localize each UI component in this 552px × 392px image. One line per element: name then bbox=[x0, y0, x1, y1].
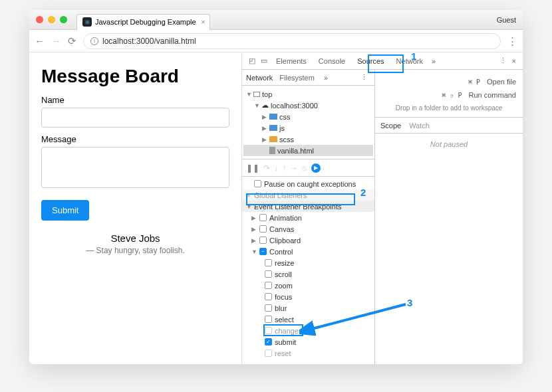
site-info-icon[interactable]: i bbox=[90, 37, 98, 45]
not-paused-label: Not paused bbox=[375, 134, 523, 155]
bp-select[interactable]: select bbox=[242, 314, 374, 325]
subtab-menu-icon[interactable]: ⋮ bbox=[358, 73, 370, 82]
watch-tab[interactable]: Watch bbox=[409, 122, 430, 130]
file-tree: ▼top ▼☁localhost:3000 ▶css ▶js ▶scss van… bbox=[242, 86, 374, 159]
url-host: localhost bbox=[102, 37, 134, 46]
pause-caught-row[interactable]: Pause on caught exceptions bbox=[242, 178, 374, 189]
name-input[interactable] bbox=[41, 108, 229, 128]
event-listener-section[interactable]: ▼Event Listener Breakpoints bbox=[242, 201, 374, 212]
resume-button[interactable]: ▶ bbox=[311, 163, 321, 173]
breakpoints-panel: Pause on caught exceptions ▶Global Liste… bbox=[242, 177, 374, 364]
guest-label: Guest bbox=[497, 16, 516, 24]
scope-tab[interactable]: Scope bbox=[380, 122, 401, 130]
menu-button[interactable]: ⋮ bbox=[507, 35, 517, 47]
back-button[interactable]: ← bbox=[35, 35, 45, 47]
bp-canvas[interactable]: ▶Canvas bbox=[242, 223, 374, 235]
tab-sources[interactable]: Sources bbox=[351, 53, 390, 69]
subtab-overflow-icon[interactable]: » bbox=[321, 74, 331, 82]
global-listeners-section[interactable]: ▶Global Listeners bbox=[242, 189, 374, 201]
tab-console[interactable]: Console bbox=[313, 53, 351, 69]
bp-blur[interactable]: blur bbox=[242, 302, 374, 314]
devtools-panel: ◰ ▭ Elements Console Sources Network » ⋮… bbox=[242, 52, 523, 364]
bp-focus[interactable]: focus bbox=[242, 291, 374, 302]
name-label: Name bbox=[41, 95, 229, 105]
bp-change[interactable]: change bbox=[242, 325, 374, 336]
step-over-button[interactable]: ↷ bbox=[263, 163, 270, 173]
bp-reset[interactable]: reset bbox=[242, 347, 374, 359]
maximize-window-button[interactable] bbox=[60, 16, 67, 23]
step-into-button[interactable]: ↓ bbox=[274, 163, 278, 173]
tab-network[interactable]: Network bbox=[390, 53, 429, 69]
url-path: :3000/vanilla.html bbox=[134, 37, 196, 46]
titlebar: ⚛ Javascript Debugging Example × Guest bbox=[29, 10, 523, 30]
devtools-tabs: ◰ ▭ Elements Console Sources Network » ⋮… bbox=[242, 52, 523, 70]
address-input[interactable]: i localhost:3000/vanilla.html bbox=[83, 33, 501, 49]
device-icon[interactable]: ▭ bbox=[258, 56, 270, 65]
tree-file[interactable]: vanilla.html bbox=[243, 145, 373, 156]
message-textarea[interactable] bbox=[41, 147, 229, 188]
bp-submit[interactable]: ✓submit bbox=[242, 336, 374, 347]
inspect-icon[interactable]: ◰ bbox=[246, 56, 258, 65]
tab-elements[interactable]: Elements bbox=[270, 53, 313, 69]
tree-host[interactable]: ▼☁localhost:3000 bbox=[243, 100, 373, 111]
submit-button[interactable]: Submit bbox=[41, 200, 89, 221]
tree-css[interactable]: ▶css bbox=[243, 111, 373, 122]
quote-author: Steve Jobs bbox=[41, 233, 229, 244]
deactivate-button[interactable]: ⦸ bbox=[302, 163, 307, 173]
bp-animation[interactable]: ▶Animation bbox=[242, 212, 374, 223]
devtools-close-icon[interactable]: × bbox=[509, 57, 519, 65]
bp-resize[interactable]: resize bbox=[242, 257, 374, 268]
bp-control[interactable]: ▼−Control bbox=[242, 246, 374, 257]
react-favicon: ⚛ bbox=[82, 17, 92, 27]
tab-title: Javascript Debugging Example bbox=[95, 18, 196, 26]
url-bar: ← → ⟳ i localhost:3000/vanilla.html ⋮ bbox=[29, 30, 523, 52]
tab-close-icon[interactable]: × bbox=[201, 18, 205, 26]
command-hints: ⌘ POpen file ⌘ ⇧ PRun command Drop in a … bbox=[375, 70, 523, 118]
step-out-button[interactable]: ↑ bbox=[282, 163, 286, 173]
callout-2: 2 bbox=[360, 187, 366, 198]
debug-controls: ❚❚ ↷ ↓ ↑ → ⦸ ▶ bbox=[242, 159, 374, 177]
devtools-menu-icon[interactable]: ⋮ bbox=[497, 56, 509, 65]
tree-scss[interactable]: ▶scss bbox=[243, 134, 373, 145]
tree-top[interactable]: ▼top bbox=[243, 88, 373, 100]
bp-clipboard[interactable]: ▶Clipboard bbox=[242, 235, 374, 246]
page-content: Message Board Name Message Submit Steve … bbox=[29, 52, 242, 364]
bp-zoom[interactable]: zoom bbox=[242, 280, 374, 291]
forward-button[interactable]: → bbox=[51, 35, 61, 47]
subtab-network[interactable]: Network bbox=[246, 74, 273, 82]
bp-scroll[interactable]: scroll bbox=[242, 268, 374, 280]
minimize-window-button[interactable] bbox=[48, 16, 55, 23]
pause-button[interactable]: ❚❚ bbox=[246, 163, 259, 173]
callout-3: 3 bbox=[407, 297, 412, 308]
callout-1: 1 bbox=[411, 50, 416, 62]
step-button[interactable]: → bbox=[290, 163, 298, 173]
overflow-icon[interactable]: » bbox=[429, 57, 438, 65]
page-title: Message Board bbox=[41, 66, 229, 87]
message-label: Message bbox=[41, 134, 229, 144]
close-window-button[interactable] bbox=[36, 16, 43, 23]
quote-text: — Stay hungry, stay foolish. bbox=[41, 246, 229, 255]
subtab-filesystem[interactable]: Filesystem bbox=[279, 74, 315, 82]
tree-js[interactable]: ▶js bbox=[243, 122, 373, 134]
browser-tab[interactable]: ⚛ Javascript Debugging Example × bbox=[76, 14, 210, 30]
reload-button[interactable]: ⟳ bbox=[68, 35, 76, 47]
